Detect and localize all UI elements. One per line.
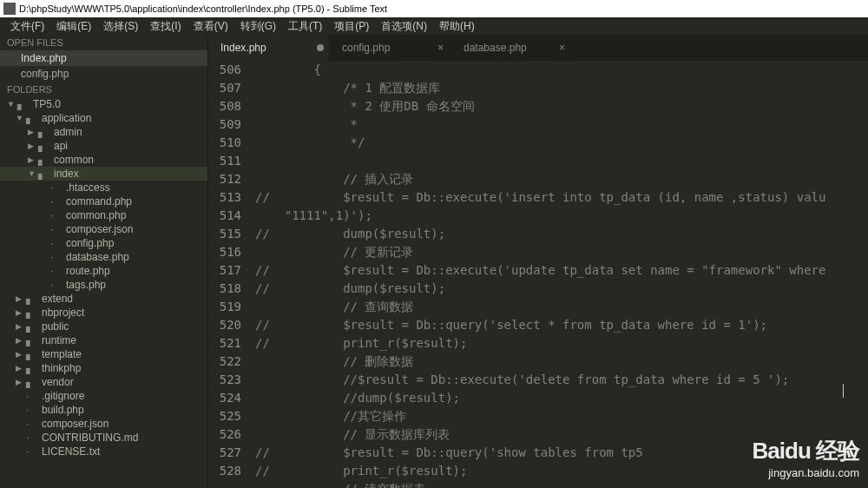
file-icon: · [50,279,62,291]
editor-tab[interactable]: database.php× [451,35,573,61]
tree-label: extend [42,293,73,305]
folder-item[interactable]: ▼▖index [0,167,207,181]
menu-select[interactable]: 选择(S) [98,17,143,36]
sidebar: OPEN FILES Index.phpconfig.php FOLDERS ▼… [0,35,208,488]
file-icon: · [50,195,62,208]
window-titlebar: D:\phpStudy\WWW\TP5.0\application\index\… [0,0,868,17]
folder-item[interactable]: ▶▖admin [0,125,207,139]
tree-label: route.php [66,265,110,277]
tree-label: admin [54,126,82,138]
file-item[interactable]: ·config.php [0,236,207,250]
disclosure-arrow-icon: ▶ [16,336,24,345]
file-item[interactable]: ·CONTRIBUTING.md [0,431,207,445]
menu-view[interactable]: 查看(V) [188,17,233,36]
tree-label: template [42,348,82,360]
text-caret-icon [843,384,844,398]
menu-edit[interactable]: 编辑(E) [51,17,96,36]
open-files-header: OPEN FILES [0,35,207,50]
file-item[interactable]: ·build.php [0,403,207,417]
tree-label: .gitignore [42,390,84,402]
tree-label: api [54,140,68,152]
tab-bar: Index.phpconfig.php×database.php× [208,35,868,61]
tree-label: tags.php [66,279,106,291]
open-file-item[interactable]: config.php [0,66,207,82]
editor-tab[interactable]: Index.php [208,35,330,61]
file-icon: · [50,223,62,235]
file-item[interactable]: ·common.php [0,208,207,222]
tab-label: config.php [342,42,390,54]
file-icon: · [26,390,38,402]
menu-find[interactable]: 查找(I) [145,17,186,36]
tree-label: database.php [66,251,129,263]
menu-go[interactable]: 转到(G) [235,17,281,36]
folder-icon: ▖ [26,320,38,333]
tree-label: TP5.0 [33,98,61,110]
tree-label: build.php [42,404,84,416]
folder-item[interactable]: ▶▖api [0,139,207,153]
tree-label: common [54,154,94,166]
menu-tools[interactable]: 工具(T) [283,17,327,36]
tree-label: composer.json [66,223,133,235]
line-gutter: 506 507 508 509 510 511 512 513 514 515 … [208,61,250,488]
tree-label: composer.json [42,418,108,430]
menu-prefs[interactable]: 首选项(N) [376,17,432,36]
folder-item[interactable]: ▶▖common [0,153,207,167]
close-icon[interactable]: × [437,42,444,54]
tree-label: runtime [42,334,76,346]
folder-icon: ▖ [26,293,38,305]
file-icon: · [26,445,38,458]
file-icon: · [26,404,38,416]
file-item[interactable]: ·command.php [0,195,207,208]
close-icon[interactable]: × [559,42,565,54]
folder-item[interactable]: ▶▖vendor [0,375,207,389]
tree-label: CONTRIBUTING.md [42,432,138,444]
menu-project[interactable]: 项目(P) [329,17,374,36]
folder-item[interactable]: ▼▖application [0,111,207,125]
code-content[interactable]: { /* 1 配置数据库 * 2 使用DB 命名空间 * */ // 插入记录 … [250,61,868,488]
disclosure-arrow-icon: ▶ [16,350,24,359]
file-icon: · [26,432,38,444]
app-icon [3,3,16,15]
tree-label: vendor [42,376,74,388]
file-item[interactable]: ·.gitignore [0,389,207,403]
folder-item[interactable]: ▶▖runtime [0,333,207,347]
folder-icon: ▖ [38,140,50,152]
tree-label: index [54,168,79,180]
folder-icon: ▖ [26,307,38,319]
file-item[interactable]: ·.htaccess [0,181,207,195]
file-icon: · [50,181,62,194]
file-icon: · [50,251,62,263]
tree-label: config.php [66,237,114,249]
folder-icon: ▖ [38,126,50,138]
disclosure-arrow-icon: ▼ [7,100,16,109]
menu-file[interactable]: 文件(F) [5,17,49,36]
folder-icon: ▖ [26,334,38,346]
file-item[interactable]: ·composer.json [0,417,207,431]
editor-tab[interactable]: config.php× [330,35,451,61]
file-item[interactable]: ·database.php [0,250,207,264]
folder-item[interactable]: ▶▖thinkphp [0,361,207,375]
menubar: 文件(F) 编辑(E) 选择(S) 查找(I) 查看(V) 转到(G) 工具(T… [0,17,868,35]
folder-item[interactable]: ▶▖extend [0,292,207,306]
disclosure-arrow-icon: ▼ [16,114,24,122]
folder-icon: ▖ [38,154,50,166]
folder-item[interactable]: ▶▖template [0,347,207,361]
file-icon: · [50,209,62,221]
folder-item[interactable]: ▼▖TP5.0 [0,97,207,111]
open-file-item[interactable]: Index.php [0,50,207,66]
tree-label: .htaccess [66,181,110,194]
window-title: D:\phpStudy\WWW\TP5.0\application\index\… [19,3,387,14]
folder-icon: ▖ [38,168,50,180]
folder-item[interactable]: ▶▖public [0,320,207,333]
menu-help[interactable]: 帮助(H) [434,17,480,36]
file-item[interactable]: ·route.php [0,264,207,278]
folder-item[interactable]: ▶▖nbproject [0,306,207,320]
folders-header: FOLDERS [0,82,207,97]
file-item[interactable]: ·tags.php [0,278,207,292]
file-icon: · [50,265,62,277]
disclosure-arrow-icon: ▶ [16,322,24,331]
file-item[interactable]: ·composer.json [0,222,207,236]
disclosure-arrow-icon: ▶ [16,364,24,373]
file-item[interactable]: ·LICENSE.txt [0,445,207,458]
code-editor[interactable]: 506 507 508 509 510 511 512 513 514 515 … [208,61,868,488]
